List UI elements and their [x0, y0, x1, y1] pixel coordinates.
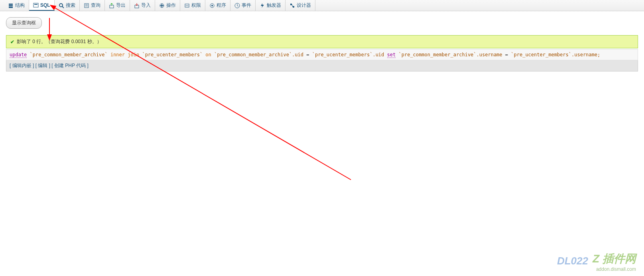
tab-label: 事件	[242, 2, 251, 9]
tab-operations[interactable]: 操作	[155, 0, 180, 11]
sql-column: `pre_ucenter_members`.uid	[312, 52, 384, 58]
tab-events[interactable]: 事件	[230, 0, 256, 11]
sql-keyword: join	[128, 52, 139, 58]
svg-line-21	[292, 4, 293, 7]
edit-inline-link[interactable]: 编辑内嵌	[12, 63, 32, 68]
svg-rect-19	[290, 4, 292, 5]
edit-link[interactable]: 编辑	[38, 63, 47, 68]
sql-eq: =	[502, 52, 511, 58]
tab-label: 查询	[91, 2, 100, 9]
sql-table: `pre_common_member_archive`	[30, 52, 108, 58]
tab-label: 权限	[191, 2, 201, 9]
tab-routines[interactable]: 程序	[205, 0, 230, 11]
tab-sql[interactable]: SQL	[29, 0, 55, 11]
svg-rect-1	[9, 5, 13, 6]
tab-label: 操作	[166, 2, 176, 9]
tab-label: 导入	[141, 2, 151, 9]
tab-label: SQL	[40, 2, 50, 8]
tab-privileges[interactable]: 权限	[180, 0, 205, 11]
tab-label: 触发器	[267, 2, 281, 9]
sql-column: `pre_common_member_archive`.uid	[214, 52, 303, 58]
sql-code-box: update `pre_common_member_archive` inner…	[6, 49, 638, 60]
sql-column: `pre_common_member_archive`.username	[398, 52, 502, 58]
svg-rect-13	[185, 4, 189, 7]
tab-query[interactable]: 查询	[80, 0, 105, 11]
sql-table: `pre_ucenter_members`	[142, 52, 203, 58]
tab-search[interactable]: 搜索	[55, 0, 80, 11]
svg-point-14	[186, 5, 187, 6]
sql-column: `pre_ucenter_members`.username;	[511, 52, 600, 58]
sql-keyword: set	[387, 52, 396, 58]
show-query-button[interactable]: 显示查询框	[6, 17, 42, 29]
svg-point-5	[59, 4, 63, 7]
svg-point-15	[187, 5, 188, 6]
tab-label: 结构	[15, 2, 25, 9]
sql-keyword: inner	[110, 52, 125, 58]
watermark-logo-1: DL022	[557, 255, 588, 267]
sql-eq: =	[303, 52, 312, 58]
sql-action-links: [ 编辑内嵌 ] [ 编辑 ] [ 创建 PHP 代码 ]	[6, 60, 638, 71]
svg-rect-7	[85, 4, 89, 8]
svg-rect-10	[110, 5, 114, 8]
tab-label: 设计器	[297, 2, 311, 9]
tab-label: 导出	[116, 2, 126, 9]
svg-point-17	[211, 5, 213, 6]
check-icon: ✔	[10, 39, 14, 45]
tab-import[interactable]: 导入	[130, 0, 155, 11]
svg-rect-4	[34, 4, 37, 5]
svg-rect-20	[293, 6, 294, 8]
tab-label: 程序	[217, 2, 226, 9]
success-text: 影响了 0 行。（查询花费 0.0031 秒。）	[17, 38, 102, 45]
watermark-logo-2: Z 插件网 addon.dismall.com	[593, 251, 636, 272]
sql-keyword: update	[10, 52, 27, 58]
svg-rect-3	[33, 3, 38, 7]
success-message: ✔ 影响了 0 行。（查询花费 0.0031 秒。）	[6, 35, 638, 48]
tab-structure[interactable]: 结构	[4, 0, 29, 11]
sql-keyword: on	[205, 52, 211, 58]
svg-rect-2	[9, 7, 13, 8]
tab-triggers[interactable]: 触发器	[256, 0, 286, 11]
svg-line-6	[62, 6, 64, 8]
create-php-link[interactable]: 创建 PHP 代码	[54, 63, 86, 68]
tab-export[interactable]: 导出	[105, 0, 130, 11]
tab-designer[interactable]: 设计器	[286, 0, 315, 11]
svg-rect-0	[9, 4, 13, 5]
top-tabs: 结构SQL搜索查询导出导入操作权限程序事件触发器设计器	[0, 0, 644, 11]
tab-label: 搜索	[66, 2, 75, 9]
